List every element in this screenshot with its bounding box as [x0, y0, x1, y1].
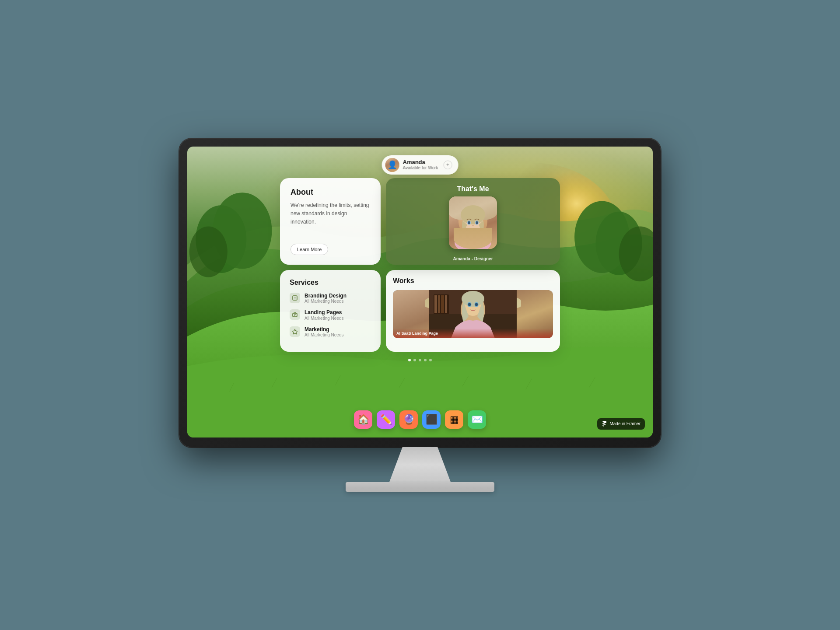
dock-mail-icon[interactable]: ✉️	[468, 410, 486, 429]
bottom-row: Services Branding Design	[280, 270, 560, 352]
works-image: AI SaaS Landing Page	[393, 290, 553, 338]
svg-point-19	[455, 231, 491, 249]
monitor-bezel: Amanda Available for Work + About We're …	[179, 139, 661, 447]
avatar-image	[449, 196, 497, 249]
learn-more-button[interactable]: Learn More	[290, 244, 328, 255]
dock-home-icon[interactable]: 🏠	[354, 410, 372, 429]
service-branding: Branding Design All Marketing Needs	[290, 293, 371, 304]
marketing-sub: All Marketing Needs	[304, 332, 343, 338]
svg-rect-29	[293, 313, 297, 317]
svg-rect-38	[441, 295, 444, 313]
thats-me-title: That's Me	[393, 185, 553, 193]
svg-point-17	[390, 163, 391, 164]
dot-2[interactable]	[413, 359, 416, 361]
profile-text: Amanda Available for Work	[403, 159, 438, 171]
svg-rect-37	[438, 295, 440, 313]
add-button[interactable]: +	[443, 161, 452, 169]
works-title: Works	[393, 277, 553, 285]
branding-icon	[290, 293, 300, 303]
service-marketing: Marketing All Marketing Needs	[290, 326, 371, 338]
profile-name: Amanda	[403, 159, 438, 166]
services-title: Services	[290, 279, 371, 287]
about-description: We're redefining the limits, setting new…	[290, 201, 370, 227]
about-card: About We're redefining the limits, setti…	[280, 178, 381, 265]
dot-3[interactable]	[419, 359, 421, 361]
dock-grid-icon[interactable]: ▦	[445, 410, 463, 429]
avatar-container	[393, 196, 553, 249]
svg-point-14	[385, 158, 399, 172]
svg-marker-32	[292, 329, 298, 334]
dot-5[interactable]	[429, 359, 432, 361]
dock-brush-icon[interactable]: ✏️	[377, 410, 395, 429]
svg-point-22	[461, 205, 485, 224]
pagination	[280, 359, 560, 361]
svg-point-18	[393, 163, 394, 164]
top-row: About We're redefining the limits, setti…	[280, 178, 560, 265]
profile-avatar	[385, 158, 399, 172]
dot-1[interactable]	[408, 359, 411, 361]
landing-sub: All Marketing Needs	[304, 316, 343, 321]
branding-text: Branding Design All Marketing Needs	[304, 293, 346, 304]
landing-text: Landing Pages All Marketing Needs	[304, 309, 343, 321]
landing-name: Landing Pages	[304, 309, 343, 315]
about-title: About	[290, 188, 370, 197]
monitor-stand-base	[346, 482, 494, 492]
landing-icon	[290, 309, 300, 320]
thats-me-card: That's Me	[386, 178, 560, 265]
branding-name: Branding Design	[304, 293, 346, 299]
framer-badge: Made in Framer	[597, 418, 645, 430]
svg-point-16	[388, 166, 397, 172]
svg-point-26	[476, 221, 478, 224]
marketing-text: Marketing All Marketing Needs	[304, 326, 343, 338]
svg-point-25	[468, 221, 470, 224]
svg-rect-20	[469, 229, 476, 238]
works-project-label: AI SaaS Landing Page	[393, 329, 553, 338]
services-card: Services Branding Design	[280, 270, 381, 352]
dock-shape-icon[interactable]: 🔮	[399, 410, 418, 429]
screen: Amanda Available for Work + About We're …	[187, 147, 653, 438]
svg-rect-39	[445, 295, 447, 313]
content-area: About We're redefining the limits, setti…	[280, 178, 560, 362]
svg-point-15	[389, 160, 396, 167]
profile-status: Available for Work	[403, 165, 438, 171]
svg-point-3	[189, 226, 228, 277]
svg-point-46	[475, 303, 478, 306]
works-card: Works	[386, 270, 560, 352]
profile-pill[interactable]: Amanda Available for Work +	[382, 155, 458, 175]
dot-4[interactable]	[424, 359, 427, 361]
branding-sub: All Marketing Needs	[304, 299, 346, 304]
framer-badge-label: Made in Framer	[609, 421, 640, 426]
monitor-stand-neck	[376, 447, 464, 482]
svg-point-42	[462, 291, 484, 307]
svg-rect-36	[434, 295, 437, 313]
marketing-icon	[290, 326, 300, 337]
service-landing: Landing Pages All Marketing Needs	[290, 309, 371, 321]
dock: 🏠 ✏️ 🔮 ⬛ ▦ ✉️	[354, 410, 486, 429]
dock-layout-icon[interactable]: ⬛	[422, 410, 441, 429]
svg-point-45	[468, 303, 471, 306]
avatar-name-label: Amanda - Designer	[386, 256, 560, 261]
marketing-name: Marketing	[304, 326, 343, 332]
